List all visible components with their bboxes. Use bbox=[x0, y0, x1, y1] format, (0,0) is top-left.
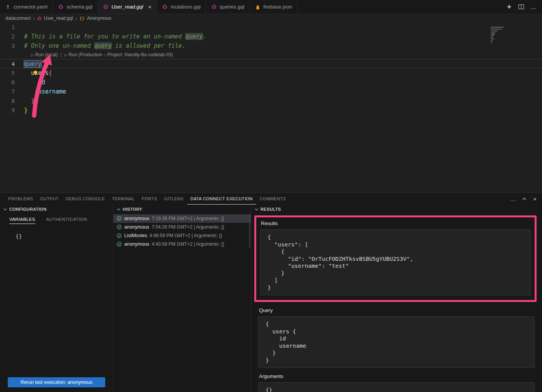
run-local-codelens[interactable]: ▷Run (local) bbox=[31, 52, 58, 57]
panel-actions: … × bbox=[510, 196, 542, 202]
arguments-text-box: {} bbox=[258, 382, 535, 392]
tab-variables[interactable]: VARIABLES bbox=[9, 217, 35, 224]
line-number: 3 bbox=[0, 41, 24, 50]
breadcrumb: dataconnect › User_read.gql › {} Anonymo… bbox=[0, 14, 542, 23]
panel-tab-problems[interactable]: PROBLEMS bbox=[5, 193, 36, 205]
panel-tab-ports[interactable]: PORTS bbox=[138, 193, 161, 205]
bottom-panel: PROBLEMS OUTPUT DEBUG CONSOLE TERMINAL P… bbox=[0, 193, 542, 392]
code-editor[interactable]: 1 2 # This is a file for you to write an… bbox=[0, 23, 542, 193]
play-icon: ▷ bbox=[64, 53, 68, 57]
panel-close-icon[interactable]: × bbox=[533, 196, 537, 202]
editor-actions: … bbox=[501, 0, 542, 14]
breadcrumb-separator: › bbox=[75, 16, 77, 21]
firebase-icon bbox=[255, 4, 261, 10]
results-json-output: { "users": [ { "id": "OrTucFODZHTksvBSBU… bbox=[260, 229, 531, 295]
graphql-icon bbox=[37, 16, 42, 21]
history-item[interactable]: ListMovies 4:48:59 PM GMT+2 | Arguments:… bbox=[113, 231, 251, 240]
code-line-7: 7 username bbox=[0, 87, 542, 96]
history-item[interactable]: anonymous 4:43:58 PM GMT+2 | Arguments: … bbox=[113, 240, 251, 248]
arguments-label: Arguments bbox=[259, 373, 542, 379]
tab-mutations-gql[interactable]: mutations.gql bbox=[157, 0, 206, 14]
results-section: RESULTS Results { "users": [ { "id": "Or… bbox=[251, 205, 542, 392]
line-number: 5 bbox=[0, 68, 24, 78]
chevron-down-icon bbox=[116, 207, 121, 212]
tab-queries-gql[interactable]: queries.gql bbox=[206, 0, 250, 14]
breadcrumb-separator: › bbox=[33, 16, 35, 21]
minimap[interactable] bbox=[491, 25, 508, 44]
history-header[interactable]: HISTORY bbox=[113, 205, 251, 214]
results-label: Results bbox=[261, 220, 531, 226]
close-icon[interactable]: × bbox=[148, 4, 152, 10]
tab-connector-yaml[interactable]: ! connector.yaml bbox=[0, 0, 53, 14]
code-line-8: 8 } bbox=[0, 96, 542, 106]
panel-tab-data-connect-execution[interactable]: DATA CONNECT EXECUTION bbox=[187, 193, 256, 205]
code-line-2: 2 # This is a file for you to write an u… bbox=[0, 32, 542, 41]
query-text-box: { users { id username } } bbox=[258, 316, 535, 368]
graphql-icon bbox=[103, 4, 109, 10]
run-production-codelens[interactable]: ▷Run (Production – Project: friendly-fli… bbox=[64, 52, 173, 57]
line-number: 9 bbox=[0, 106, 24, 115]
tab-label: schema.gql bbox=[66, 4, 92, 10]
line-number: 6 bbox=[0, 78, 24, 87]
query-label: Query bbox=[259, 307, 542, 313]
panel-tab-output[interactable]: OUTPUT bbox=[36, 193, 62, 205]
breadcrumb-item-anonymous[interactable]: Anonymous bbox=[87, 16, 111, 21]
tab-label: queries.gql bbox=[220, 4, 245, 10]
more-actions-icon[interactable]: … bbox=[530, 3, 537, 10]
results-header[interactable]: RESULTS bbox=[251, 205, 542, 214]
tab-user-read-gql[interactable]: User_read.gql × bbox=[98, 0, 157, 14]
warning-icon: ! bbox=[5, 4, 11, 10]
editor-tab-bar: ! connector.yaml schema.gql User_read.gq… bbox=[0, 0, 542, 14]
configuration-tabs: VARIABLES AUTHENTICATION bbox=[0, 217, 113, 224]
panel-maximize-chevron-icon[interactable] bbox=[522, 196, 527, 201]
chevron-down-icon bbox=[3, 207, 7, 212]
scrollbar[interactable] bbox=[249, 214, 250, 248]
word-highlight: query bbox=[94, 42, 112, 49]
panel-tab-bar: PROBLEMS OUTPUT DEBUG CONSOLE TERMINAL P… bbox=[0, 193, 542, 205]
tab-label: connector.yaml bbox=[14, 4, 47, 10]
breadcrumb-item-file[interactable]: User_read.gql bbox=[44, 16, 73, 21]
rerun-last-execution-button[interactable]: Rerun last execution: anonymous bbox=[8, 377, 105, 387]
history-section: HISTORY anonymous 7:19:36 PM GMT+2 | Arg… bbox=[113, 205, 251, 392]
code-line-4: 4 query { bbox=[0, 59, 542, 68]
tab-label: User_read.gql bbox=[111, 4, 143, 10]
configuration-header[interactable]: CONFIGURATION bbox=[0, 205, 113, 214]
line-number: 2 bbox=[0, 32, 24, 41]
graphql-icon bbox=[211, 4, 217, 10]
code-line-1: 1 bbox=[0, 23, 542, 32]
tab-authentication[interactable]: AUTHENTICATION bbox=[46, 217, 87, 224]
line-number: 4 bbox=[0, 59, 24, 68]
check-circle-icon bbox=[116, 233, 122, 238]
results-highlight-annotation: Results { "users": [ { "id": "OrTucFODZH… bbox=[254, 215, 537, 302]
copilot-sparkle-icon[interactable] bbox=[506, 4, 512, 10]
code-line-5: 5 users{ bbox=[0, 68, 542, 78]
history-item[interactable]: anonymous 7:19:36 PM GMT+2 | Arguments: … bbox=[113, 214, 251, 223]
panel-tab-terminal[interactable]: TERMINAL bbox=[108, 193, 138, 205]
play-icon: ▷ bbox=[31, 53, 34, 57]
check-circle-icon bbox=[116, 241, 122, 247]
selected-word: query bbox=[24, 61, 42, 68]
code-line-3: 3 # Only one un-named query is allowed p… bbox=[0, 41, 542, 50]
configuration-section: CONFIGURATION VARIABLES AUTHENTICATION {… bbox=[0, 205, 113, 392]
tab-firebase-json[interactable]: firebase.json bbox=[250, 0, 297, 14]
graphql-icon bbox=[162, 4, 168, 10]
panel-tab-comments[interactable]: COMMENTS bbox=[256, 193, 289, 205]
graphql-icon bbox=[58, 4, 64, 10]
split-editor-icon[interactable] bbox=[518, 4, 524, 10]
tab-label: mutations.gql bbox=[170, 4, 200, 10]
panel-more-icon[interactable]: … bbox=[510, 196, 516, 202]
line-number: 8 bbox=[0, 96, 24, 106]
word-highlight: query bbox=[185, 33, 203, 40]
variables-editor[interactable]: {} bbox=[16, 233, 113, 239]
chevron-down-icon bbox=[254, 207, 259, 212]
codelens-row: ▷Run (local)|▷Run (Production – Project:… bbox=[0, 50, 542, 59]
tab-label: firebase.json bbox=[263, 4, 292, 10]
tab-schema-gql[interactable]: schema.gql bbox=[53, 0, 97, 14]
code-line-9: 9 } bbox=[0, 106, 542, 115]
breadcrumb-item-dataconnect[interactable]: dataconnect bbox=[5, 16, 31, 21]
panel-tab-debug-console[interactable]: DEBUG CONSOLE bbox=[62, 193, 108, 205]
check-circle-icon bbox=[116, 216, 122, 221]
panel-tab-gitlens[interactable]: GITLENS bbox=[161, 193, 187, 205]
lightbulb-icon[interactable] bbox=[33, 70, 38, 76]
history-item[interactable]: anonymous 7:04:26 PM GMT+2 | Arguments: … bbox=[113, 223, 251, 231]
